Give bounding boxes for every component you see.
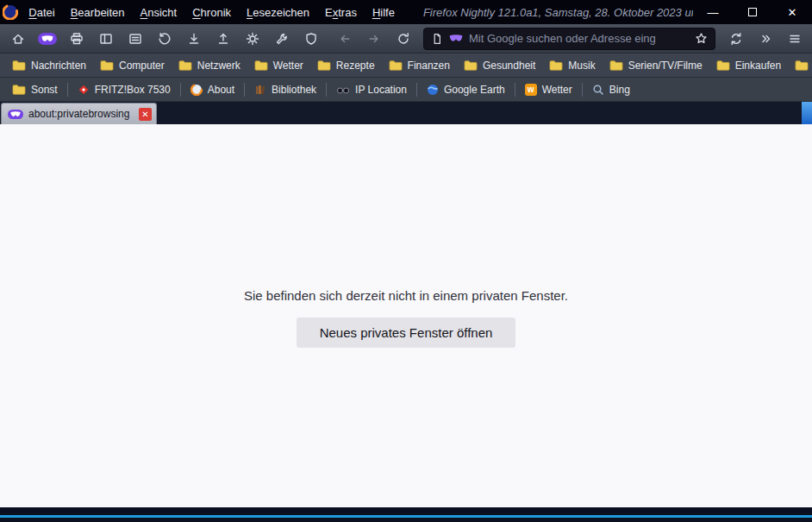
bookmark-folder-usenet[interactable]: Usenet — [788, 55, 812, 76]
reader-list-button[interactable] — [122, 27, 148, 51]
tools-button[interactable] — [268, 27, 295, 51]
app-menu-button[interactable] — [781, 27, 808, 51]
wetter-favicon: w — [525, 84, 537, 96]
minimize-button[interactable]: — — [693, 0, 733, 24]
back-button[interactable] — [331, 27, 358, 51]
menu-label: Bearbeiten — [71, 6, 125, 19]
menu-label: Hilfe — [372, 6, 395, 19]
tab-title: about:privatebrowsing — [28, 108, 129, 120]
upload-icon — [216, 32, 230, 46]
folder-icon — [464, 60, 478, 72]
bookmark-folder-musik[interactable]: Musik — [542, 55, 602, 76]
forward-button[interactable] — [360, 27, 387, 51]
bookmarks-separator — [416, 83, 417, 97]
maximize-icon — [748, 8, 757, 16]
private-browsing-mask-icon — [38, 33, 57, 45]
menu-label: Extras — [325, 6, 357, 19]
bookmark-bibliothek[interactable]: Bibliothek — [247, 79, 323, 100]
private-mask-icon — [449, 35, 463, 42]
reader-list-icon — [128, 32, 142, 46]
firefox-logo-icon[interactable] — [3, 3, 18, 22]
bookmarks-separator — [244, 83, 245, 97]
bookmark-google-earth[interactable]: Google Earth — [420, 79, 512, 100]
new-private-window-button[interactable]: Neues privates Fenster öffnen — [297, 318, 516, 348]
protection-button[interactable] — [297, 27, 324, 51]
printer-icon — [70, 32, 84, 46]
page-icon — [431, 33, 443, 45]
bookmark-folder-nachrichten[interactable]: Nachrichten — [5, 55, 93, 76]
overflow-chevron-icon — [759, 32, 772, 46]
home-button[interactable] — [4, 27, 31, 51]
overflow-button[interactable] — [752, 27, 778, 51]
bookmarks-separator — [67, 83, 68, 97]
bookmark-folder-finanzen[interactable]: Finanzen — [382, 55, 457, 76]
history-icon — [158, 32, 172, 46]
fritzbox-icon — [78, 84, 90, 96]
wrench-icon — [275, 32, 289, 46]
globe-icon — [427, 84, 439, 96]
history-button[interactable] — [151, 27, 178, 51]
menu-datei[interactable]: Datei — [21, 0, 62, 24]
reload-icon — [397, 32, 410, 46]
forward-icon — [367, 32, 381, 46]
bookmark-folder-sonst[interactable]: Sonst — [5, 79, 65, 100]
urlbar[interactable] — [423, 28, 715, 50]
menu-label: Ansicht — [141, 6, 178, 19]
menu-lesezeichen[interactable]: Lesezeichen — [239, 0, 317, 24]
menu-hamburger-icon — [788, 32, 802, 46]
back-icon — [338, 32, 352, 46]
menu-label: Lesezeichen — [247, 6, 309, 19]
navigation-toolbar — [0, 24, 812, 53]
window-title: Firefox Nightly 121.0a1, Samstag, 28. Ok… — [423, 6, 693, 19]
menu-ansicht[interactable]: Ansicht — [133, 0, 185, 24]
private-browsing-button[interactable] — [34, 27, 60, 51]
folder-icon — [254, 60, 268, 72]
upload-button[interactable] — [209, 27, 236, 51]
bookmark-folder-einkaufen[interactable]: Einkaufen — [709, 55, 788, 76]
folder-icon — [549, 60, 563, 72]
bookmark-fritzbox[interactable]: FRITZ!Box 7530 — [71, 79, 178, 100]
window-controls: — ✕ — [693, 0, 812, 24]
bookmark-folder-wetter[interactable]: Wetter — [247, 55, 310, 76]
bookmark-folder-gesundheit[interactable]: Gesundheit — [457, 55, 542, 76]
bookmark-folder-serien-tv-filme[interactable]: Serien/TV/Filme — [603, 55, 709, 76]
bookmarks-toolbar-row1: Nachrichten Computer Netzwerk Wetter Rez… — [0, 53, 812, 78]
urlbar-input[interactable] — [469, 32, 689, 45]
downloads-button[interactable] — [180, 27, 207, 51]
folder-icon — [716, 60, 730, 72]
bookmark-about[interactable]: About — [184, 79, 241, 100]
shield-icon — [304, 32, 318, 46]
maximize-button[interactable] — [733, 0, 772, 24]
tab-about-privatebrowsing[interactable]: about:privatebrowsing ✕ — [1, 103, 157, 124]
sidebar-button[interactable] — [92, 27, 119, 51]
bookmark-folder-rezepte[interactable]: Rezepte — [310, 55, 382, 76]
sync-button[interactable] — [722, 27, 749, 51]
reload-button[interactable] — [390, 27, 416, 51]
home-icon — [11, 32, 25, 46]
bookmark-star-icon[interactable] — [695, 32, 708, 45]
sidebar-icon — [99, 32, 113, 46]
menu-hilfe[interactable]: Hilfe — [365, 0, 403, 24]
menu-label: Chronik — [192, 6, 231, 19]
browser-window: Datei Bearbeiten Ansicht Chronik Lesezei… — [0, 0, 812, 522]
bookmarks-separator — [582, 83, 583, 97]
titlebar: Datei Bearbeiten Ansicht Chronik Lesezei… — [0, 0, 812, 24]
bookmark-wetter[interactable]: wWetter — [518, 79, 579, 100]
bookmark-ip-location[interactable]: IP Location — [329, 79, 414, 100]
folder-icon — [12, 84, 26, 96]
menu-chronik[interactable]: Chronik — [184, 0, 239, 24]
close-button[interactable]: ✕ — [772, 0, 812, 24]
library-books-icon — [254, 84, 266, 96]
bookmark-bing[interactable]: Bing — [585, 79, 637, 100]
menu-extras[interactable]: Extras — [317, 0, 365, 24]
bookmark-folder-netzwerk[interactable]: Netzwerk — [172, 55, 247, 76]
not-private-message: Sie befinden sich derzeit nicht in einem… — [244, 288, 568, 303]
menu-bearbeiten[interactable]: Bearbeiten — [63, 0, 133, 24]
settings-button[interactable] — [239, 27, 265, 51]
tab-close-button[interactable]: ✕ — [139, 108, 152, 121]
print-button[interactable] — [63, 27, 90, 51]
folder-icon — [317, 60, 331, 72]
bookmark-folder-computer[interactable]: Computer — [93, 55, 172, 76]
sync-icon — [729, 32, 743, 46]
window-edge-highlight — [802, 102, 812, 124]
